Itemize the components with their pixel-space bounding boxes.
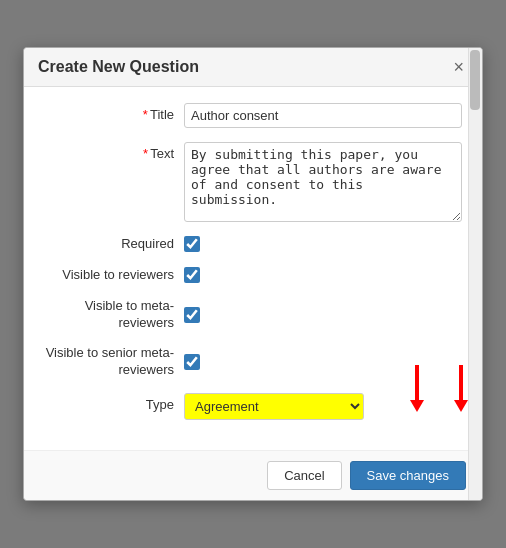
visible-reviewers-label: Visible to reviewers xyxy=(44,267,184,284)
required-row: Required xyxy=(44,236,462,253)
visible-meta-checkbox[interactable] xyxy=(184,307,200,323)
visible-meta-label: Visible to meta-reviewers xyxy=(44,298,184,332)
type-select-wrapper: AgreementShort TextLong TextIntegerRadio… xyxy=(184,393,364,420)
modal-header: Create New Question × xyxy=(24,48,482,87)
title-row: *Title xyxy=(44,103,462,128)
required-label: Required xyxy=(44,236,184,253)
close-button[interactable]: × xyxy=(449,58,468,76)
visible-reviewers-checkbox[interactable] xyxy=(184,267,200,283)
type-row: Type AgreementShort TextLong TextInteger… xyxy=(44,393,462,420)
type-label: Type xyxy=(44,393,184,412)
scrollbar-track[interactable] xyxy=(468,48,482,500)
modal-overlay: Create New Question × *Title *Text Re xyxy=(0,0,506,548)
cancel-button[interactable]: Cancel xyxy=(267,461,341,490)
required-star-title: * xyxy=(143,107,148,122)
visible-senior-label: Visible to senior meta-reviewers xyxy=(44,345,184,379)
type-select[interactable]: AgreementShort TextLong TextIntegerRadio… xyxy=(184,393,364,420)
text-input[interactable] xyxy=(184,142,462,222)
required-checkbox[interactable] xyxy=(184,236,200,252)
title-input[interactable] xyxy=(184,103,462,128)
visible-meta-row: Visible to meta-reviewers xyxy=(44,298,462,332)
title-label: *Title xyxy=(44,103,184,122)
modal-body: *Title *Text Required Visible to reviewe… xyxy=(24,87,482,450)
visible-reviewers-row: Visible to reviewers xyxy=(44,267,462,284)
visible-senior-row: Visible to senior meta-reviewers xyxy=(44,345,462,379)
scrollbar-thumb[interactable] xyxy=(470,50,480,110)
text-label: *Text xyxy=(44,142,184,161)
modal-footer: Cancel Save changes xyxy=(24,450,482,500)
required-star-text: * xyxy=(143,146,148,161)
visible-senior-checkbox[interactable] xyxy=(184,354,200,370)
modal-title: Create New Question xyxy=(38,58,199,76)
text-row: *Text xyxy=(44,142,462,222)
modal-dialog: Create New Question × *Title *Text Re xyxy=(23,47,483,501)
save-changes-button[interactable]: Save changes xyxy=(350,461,466,490)
